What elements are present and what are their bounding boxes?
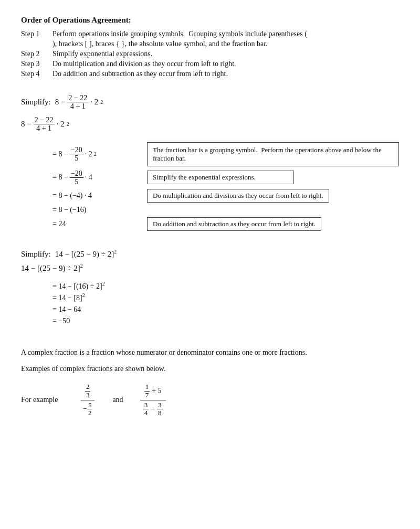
main-frac-2: 2 − 22 4 + 1 <box>34 116 55 133</box>
example2-simplify-label: Simplify: 14 − [(25 − 9) ÷ 2]2 <box>21 250 399 259</box>
step-3-text: Do multiplication and division as they o… <box>52 60 399 68</box>
example2-main-expr: 14 − [(25 − 9) ÷ 2]2 <box>21 264 399 273</box>
step-3-row: Step 3 Do multiplication and division as… <box>21 60 399 68</box>
complex-frac-1: 2 3 − 5 2 <box>79 382 97 418</box>
example2-step-2: = 14 − [8]2 <box>52 294 399 302</box>
step-1-label: Step 1 <box>21 30 52 38</box>
example1-step-4: = 8 − (−16) <box>52 206 399 214</box>
cf2-den-frac2: 3 8 <box>157 401 163 417</box>
example1-step-4-math: = 8 − (−16) <box>52 206 147 214</box>
for-example-label: For example <box>21 396 63 404</box>
and-label: and <box>112 396 123 404</box>
example1-step-3: = 8 − (−4) · 4 Do multiplication and div… <box>52 189 399 203</box>
example2-step-1-math: = 14 − [(16) ÷ 2]2 <box>52 282 168 291</box>
example2-step-1: = 14 − [(16) ÷ 2]2 <box>52 282 399 291</box>
step-1-continuation-text: ), brackets [ ], braces { }, the absolut… <box>52 40 268 48</box>
example1-simplify-label: Simplify: 8 − 2 − 22 4 + 1 · 22 <box>21 94 399 111</box>
complex-para-2: Examples of complex fractions are shown … <box>21 363 399 374</box>
cf2-num-frac: 1 7 <box>144 383 150 399</box>
complex-frac-2: 1 7 + 5 3 4 − 3 8 <box>139 382 167 418</box>
cf2-den-frac1: 3 4 <box>143 401 149 417</box>
example2-solution-area: = 14 − [(16) ÷ 2]2 = 14 − [8]2 = 14 − 64… <box>52 282 399 329</box>
example1-step-2-note: Simplify the exponential expressions. <box>147 171 294 184</box>
example1-step-5-note: Do addition and subtraction as they occu… <box>147 217 321 231</box>
step-1-text: Perform operations inside grouping symbo… <box>52 30 399 38</box>
step-3-label: Step 3 <box>21 60 52 68</box>
step-1-row: Step 1 Perform operations inside groupin… <box>21 30 399 38</box>
steps-table: Step 1 Perform operations inside groupin… <box>21 30 399 78</box>
complex-section: A complex fraction is a fraction whose n… <box>21 347 399 418</box>
step-1-continuation: ), brackets [ ], braces { }, the absolut… <box>21 40 399 48</box>
simplify-word-1: Simplify: <box>21 98 51 107</box>
cf1-den-neg: − <box>83 405 87 412</box>
cf1-num-frac: 2 3 <box>85 383 91 399</box>
example2-step-3-math: = 14 − 64 <box>52 305 168 314</box>
example2-step-2-math: = 14 − [8]2 <box>52 294 168 302</box>
example1-step-5-math: = 24 <box>52 220 147 228</box>
main-frac-1: 2 − 22 4 + 1 <box>67 94 88 111</box>
example2-step-4-math: = −50 <box>52 317 168 325</box>
example1-step-2-math: = 8 − −20 5 · 4 <box>52 170 147 186</box>
complex-para-1: A complex fraction is a fraction whose n… <box>21 347 399 358</box>
example1-step-3-note: Do multiplication and division as they o… <box>147 189 329 203</box>
step-4-row: Step 4 Do addition and subtraction as th… <box>21 70 399 78</box>
step-4-text: Do addition and subtraction as they occu… <box>52 70 399 78</box>
cf1-den-frac: 5 2 <box>87 401 93 417</box>
page-title: Order of Operations Agreement: <box>21 16 399 25</box>
example1-step-1: = 8 − −20 5 · 22 The fraction bar is a g… <box>52 142 399 166</box>
example1-expression: 8 − 2 − 22 4 + 1 · 22 <box>55 94 103 111</box>
example2-step-4: = −50 <box>52 317 399 325</box>
for-example-row: For example 2 3 − 5 2 and 1 7 <box>21 382 399 418</box>
example2-step-3: = 14 − 64 <box>52 305 399 314</box>
step-2-row: Step 2 Simplify exponential expressions. <box>21 50 399 58</box>
example1-step-1-math: = 8 − −20 5 · 22 <box>52 146 147 163</box>
example2-section: Simplify: 14 − [(25 − 9) ÷ 2]2 14 − [(25… <box>21 250 399 329</box>
example1-step-5: = 24 Do addition and subtraction as they… <box>52 217 399 231</box>
step-2-text: Simplify exponential expressions. <box>52 50 399 58</box>
example1-step-3-math: = 8 − (−4) · 4 <box>52 192 147 200</box>
example1-solution-area: = 8 − −20 5 · 22 The fraction bar is a g… <box>52 142 399 235</box>
step-2-label: Step 2 <box>21 50 52 58</box>
simplify-word-2: Simplify: <box>21 250 51 259</box>
example2-expression: 14 − [(25 − 9) ÷ 2]2 <box>55 250 117 259</box>
example1-main-expr: 8 − 2 − 22 4 + 1 · 22 <box>21 116 399 133</box>
example1-step-1-note: The fraction bar is a grouping symbol. P… <box>147 142 399 166</box>
step-4-label: Step 4 <box>21 70 52 78</box>
example1-step-2: = 8 − −20 5 · 4 Simplify the exponential… <box>52 170 399 186</box>
